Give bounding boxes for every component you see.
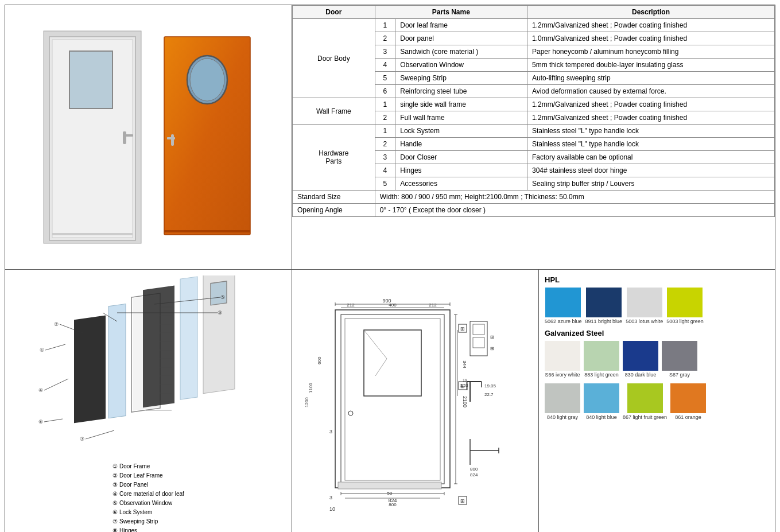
legend-item-3: ③ Door Panel [112,480,184,490]
color-box [545,383,580,413]
svg-rect-89 [470,321,487,356]
color-label: 883 light green [584,372,619,378]
color-swatch: 5003 light green [666,288,704,324]
color-label: 840 light gray [547,414,578,420]
svg-rect-6 [52,233,133,235]
svg-text:③: ③ [218,310,222,316]
parts-table: Door Parts Name Description Door Body 1 … [292,5,775,217]
svg-rect-12 [164,230,250,232]
color-label: 5003 lotus white [626,319,663,324]
color-label: S66 ivory white [545,372,580,378]
svg-rect-11 [167,137,175,139]
opening-angle-value: 0° - 170° ( Except the door closer ) [375,204,774,217]
hpl-title: HPL [545,275,769,284]
color-swatch: 883 light green [584,341,619,378]
svg-rect-10 [171,134,174,146]
svg-text:800: 800 [389,502,397,507]
svg-text:⑤: ⑤ [220,294,225,300]
svg-text:④: ④ [38,387,43,393]
svg-rect-25 [108,304,126,418]
svg-text:212: 212 [429,302,437,308]
color-label: 861 orange [675,414,701,420]
svg-rect-90 [473,324,484,335]
bottom-section: ① ② ③ ④ ⑤ ⑥ ⑦ [5,270,775,532]
color-box [584,341,619,371]
legend-list: ① Door Frame ② Door Leaf Frame ③ Door Pa… [112,462,184,532]
svg-rect-107 [338,482,441,489]
table-row: Door Body 1 Door leaf frame 1.2mm/Galvan… [293,19,775,32]
svg-line-64 [364,330,387,359]
svg-text:①: ① [40,347,44,353]
hpl-color-grid: 5062 azure blue8911 bright blue5003 lotu… [545,288,769,324]
color-box [586,288,622,317]
legend-item-7: ⑦ Sweeping Strip [112,517,184,526]
legend-item-1: ① Door Frame [112,462,184,471]
svg-text:22.7: 22.7 [484,392,494,397]
svg-text:⑥: ⑥ [38,419,43,425]
exploded-diagram-section: ① ② ③ ④ ⑤ ⑥ ⑦ [5,270,292,532]
standard-size-label: Standard Size [293,191,375,204]
table-row: HardwareParts 1 Lock System Stainless st… [293,125,775,138]
color-box [670,383,706,413]
full-wall-frame-cell: Full wall frame [395,111,527,125]
color-label: 5003 light green [666,319,704,324]
svg-text:10: 10 [329,506,335,512]
top-section: Door Parts Name Description Door Body 1 … [5,5,775,270]
svg-point-66 [348,411,353,415]
legend-item-5: ⑤ Observation Window [112,499,184,508]
legend-area: ① Door Frame ② Door Leaf Frame ③ Door Pa… [112,456,184,532]
svg-text:②: ② [54,321,59,327]
svg-line-65 [375,359,387,376]
legend-item-8: ⑧ Hinges [112,526,184,532]
col-description: Description [527,6,774,19]
svg-text:212: 212 [347,302,355,308]
color-label: 8911 bright blue [585,319,623,324]
col-parts-name: Parts Name [375,6,527,19]
svg-text:⊞: ⊞ [460,383,465,389]
color-swatch: 861 orange [670,383,706,420]
category-hardware-parts: HardwareParts [293,125,375,191]
color-label: 830 dark blue [625,372,657,378]
color-swatch: 5062 azure blue [545,288,582,324]
svg-line-56 [44,419,63,422]
svg-text:600: 600 [317,356,322,364]
color-box [667,288,703,317]
svg-rect-3 [69,51,112,108]
color-box [627,288,662,317]
color-swatch: 867 light fruit green [623,383,667,420]
legend-item-4: ④ Core material of door leaf [112,490,184,499]
legend-item-6: ⑥ Lock System [112,508,184,517]
svg-text:⊞: ⊞ [460,498,465,504]
opening-angle-label: Opening Angle [293,204,375,217]
table-row: Wall Frame 1 single side wall frame 1.2m… [293,98,775,111]
standard-size-value: Width: 800 / 900 / 950 mm; Height:2100.0… [375,191,774,204]
white-door-svg [38,25,147,249]
svg-rect-5 [125,134,133,137]
color-swatch: S66 ivory white [545,341,580,378]
galv-title: Galvanized Steel [545,329,769,337]
svg-rect-91 [473,337,484,348]
svg-line-45 [45,344,65,350]
color-swatch: S67 gray [662,341,697,378]
color-box [584,383,619,413]
color-label: S67 gray [669,372,690,378]
color-box [545,341,580,371]
color-box [627,383,663,413]
svg-line-58 [86,430,114,439]
door-images-panel [5,5,292,269]
category-wall-frame: Wall Frame [293,98,375,125]
svg-text:1200: 1200 [304,397,309,407]
svg-text:3: 3 [329,495,332,500]
color-label: 5062 azure blue [545,319,582,324]
svg-rect-4 [123,131,126,144]
svg-rect-61 [341,314,444,484]
svg-rect-60 [335,310,450,488]
color-label: 840 light blue [586,414,617,420]
color-swatch: 830 dark blue [623,341,658,378]
svg-text:1100: 1100 [308,382,313,393]
legend-item-2: ② Door Leaf Frame [112,471,184,480]
svg-text:344: 344 [462,360,467,368]
color-swatch: 8911 bright blue [585,288,623,324]
svg-text:3: 3 [329,429,332,434]
svg-rect-62 [345,319,440,480]
